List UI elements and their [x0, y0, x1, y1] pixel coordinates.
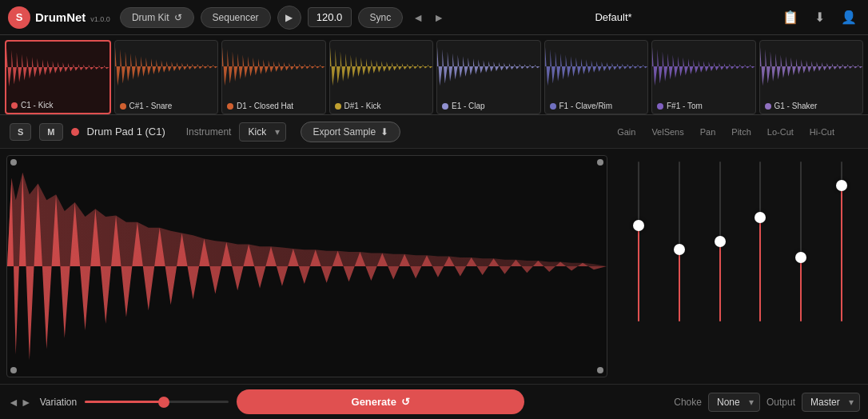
- pad-label-d1s: D#1 - Kick: [335, 102, 381, 110]
- pad-waveform-d1: [222, 41, 325, 92]
- notes-icon-button[interactable]: 📋: [779, 6, 802, 28]
- variation-slider-track[interactable]: [85, 401, 229, 403]
- hicut-slider-thumb[interactable]: [836, 180, 847, 191]
- export-sample-button[interactable]: Export Sample ⬇: [301, 122, 400, 142]
- sliders-panel: [612, 149, 868, 384]
- pad-note-name-e1: E1 - Clap: [452, 102, 485, 110]
- generate-icon: ↺: [401, 396, 410, 408]
- output-select-wrapper[interactable]: Master 1 2 3: [802, 393, 860, 412]
- choke-label: Choke: [674, 397, 702, 408]
- instrument-select-wrapper[interactable]: Kick: [239, 122, 286, 142]
- pad-note-name-f1s: F#1 - Tom: [667, 102, 703, 110]
- nav-arrows: ◄ ►: [409, 10, 448, 26]
- resize-handle-bl[interactable]: [10, 367, 17, 373]
- locut-slider-track[interactable]: [800, 162, 802, 321]
- pad-label-e1: E1 - Clap: [442, 102, 485, 110]
- locut-slider-thumb[interactable]: [795, 252, 806, 263]
- variation-slider-thumb[interactable]: [158, 397, 169, 408]
- choke-section: Choke None 1 2 3 Output Master 1 2 3: [674, 393, 860, 412]
- param-locut: Lo-Cut: [767, 127, 794, 137]
- waveform-svg: [7, 156, 607, 377]
- resize-handle-tl[interactable]: [10, 159, 17, 166]
- nav-right-button[interactable]: ►: [430, 10, 448, 26]
- choke-select[interactable]: None 1 2 3: [708, 393, 760, 412]
- pad-item-g1[interactable]: G1 - Shaker: [759, 40, 864, 114]
- pad-item-d1s[interactable]: D#1 - Kick: [329, 40, 434, 114]
- user-icon-button[interactable]: 👤: [838, 6, 860, 28]
- pad-note-name-c1: C1 - Kick: [21, 101, 54, 110]
- locut-slider-fill: [800, 257, 802, 321]
- pad-dot-f1: [550, 103, 556, 110]
- param-pan: Pan: [700, 127, 716, 137]
- export-icon-button[interactable]: ⬇: [811, 6, 828, 28]
- velsens-slider-thumb[interactable]: [674, 244, 685, 255]
- pan-slider-col: [719, 162, 721, 321]
- bpm-display[interactable]: 120.0: [308, 7, 352, 27]
- top-bar: S DrumNet v1.0.0 Drum Kit ↺ Sequencer ▶ …: [0, 0, 868, 35]
- s-button[interactable]: S: [10, 123, 31, 141]
- sync-button[interactable]: Sync: [358, 7, 404, 28]
- pad-label-c1: C1 - Kick: [11, 101, 54, 110]
- pan-slider-fill: [719, 241, 721, 321]
- pad-item-f1[interactable]: F1 - Clave/Rim: [544, 40, 649, 114]
- export-sample-icon: ⬇: [380, 126, 388, 138]
- pad-dot-d1: [227, 103, 233, 110]
- variation-slider-fill: [85, 401, 164, 403]
- pitch-slider-col: [759, 162, 761, 321]
- hicut-slider-fill: [841, 186, 842, 321]
- main-area: [0, 149, 868, 384]
- drum-kit-label: Drum Kit: [132, 12, 169, 23]
- velsens-slider-track[interactable]: [679, 162, 680, 321]
- generate-button[interactable]: Generate ↺: [237, 389, 524, 414]
- pad-item-c1s[interactable]: C#1 - Snare: [114, 40, 219, 114]
- pad-dot-c1: [11, 102, 18, 109]
- pad-dot-f1s: [657, 103, 663, 110]
- play-icon: ▶: [285, 12, 293, 23]
- pan-slider-track[interactable]: [719, 162, 721, 321]
- pad-dot-e1: [442, 103, 448, 110]
- instrument-select[interactable]: Kick: [239, 122, 286, 142]
- variation-arrows: ◄ ►: [8, 396, 32, 409]
- gain-slider-col: [638, 162, 639, 321]
- output-select[interactable]: Master 1 2 3: [802, 393, 860, 412]
- pad-item-f1s[interactable]: F#1 - Tom: [651, 40, 756, 114]
- variation-slider[interactable]: [85, 394, 229, 410]
- export-sample-label: Export Sample: [313, 126, 376, 138]
- variation-next-button[interactable]: ►: [21, 396, 32, 409]
- sync-label: Sync: [370, 12, 392, 23]
- pad-name-label: Drum Pad 1 (C1): [87, 126, 165, 138]
- bottom-bar: ◄ ► Variation Generate ↺ Choke None 1 2 …: [0, 384, 868, 419]
- pad-item-d1[interactable]: D1 - Closed Hat: [221, 40, 326, 114]
- variation-prev-button[interactable]: ◄: [8, 396, 19, 409]
- pan-slider-thumb[interactable]: [715, 236, 726, 247]
- pitch-slider-fill: [759, 217, 761, 321]
- pitch-slider-track[interactable]: [759, 162, 761, 321]
- gain-slider-track[interactable]: [638, 162, 639, 321]
- hicut-slider-track[interactable]: [841, 162, 842, 321]
- pads-row: C1 - Kick C#1 - Snare D1 - Closed Hat: [0, 35, 868, 115]
- resize-handle-br[interactable]: [597, 367, 603, 373]
- resize-handle-tr[interactable]: [597, 159, 603, 166]
- logo-icon: S: [8, 6, 30, 29]
- pad-waveform-c1s: [115, 41, 218, 92]
- sequencer-label: Sequencer: [213, 12, 259, 23]
- gain-slider-thumb[interactable]: [633, 220, 644, 231]
- velsens-slider-col: [679, 162, 680, 321]
- pad-item-e1[interactable]: E1 - Clap: [436, 40, 541, 114]
- choke-select-wrapper[interactable]: None 1 2 3: [708, 393, 760, 412]
- sequencer-button[interactable]: Sequencer: [201, 7, 271, 28]
- play-button[interactable]: ▶: [277, 6, 301, 30]
- pad-waveform-g1: [760, 41, 863, 92]
- nav-left-button[interactable]: ◄: [409, 10, 427, 26]
- preset-name: Default*: [454, 11, 773, 23]
- refresh-icon: ↺: [174, 12, 182, 23]
- pitch-slider-thumb[interactable]: [755, 212, 766, 223]
- m-button[interactable]: M: [39, 123, 62, 141]
- pad-waveform-f1: [545, 41, 648, 92]
- waveform-panel[interactable]: [6, 155, 607, 377]
- pad-item-c1[interactable]: C1 - Kick: [5, 40, 111, 114]
- drum-kit-button[interactable]: Drum Kit ↺: [120, 7, 194, 28]
- instrument-label: Instrument: [186, 126, 232, 138]
- pad-waveform-d1s: [330, 41, 433, 92]
- pad-waveform-f1s: [652, 41, 755, 92]
